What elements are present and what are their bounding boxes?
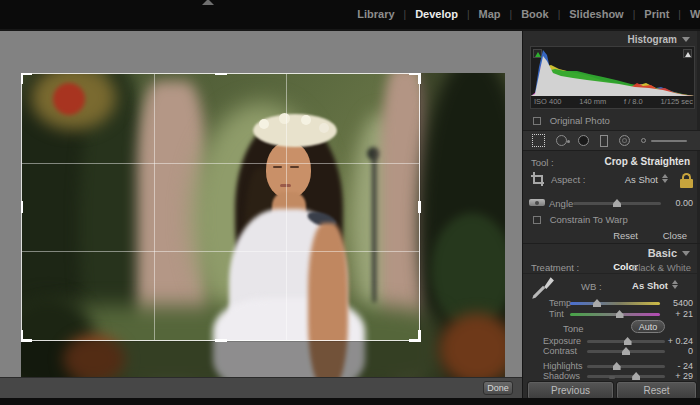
treatment-bw-button[interactable]: Black & White xyxy=(632,262,691,273)
wb-select[interactable]: As Shot xyxy=(632,280,678,291)
done-button[interactable]: Done xyxy=(483,381,513,395)
crop-dim-bottom xyxy=(21,341,420,377)
crop-handle-left[interactable] xyxy=(21,201,23,213)
tone-label: Tone xyxy=(563,323,584,334)
highlights-slider-thumb[interactable] xyxy=(613,362,621,370)
exposure-slider[interactable] xyxy=(587,340,665,343)
crop-handle-bottom-right[interactable] xyxy=(409,330,421,342)
crop-reset-button[interactable]: Reset xyxy=(613,230,638,241)
crop-grid-line xyxy=(22,251,419,252)
shadows-slider-label: Shadows xyxy=(543,371,580,381)
tint-slider-label: Tint xyxy=(549,309,564,319)
treatment-label: Treatment : xyxy=(531,262,579,273)
auto-button[interactable]: Auto xyxy=(631,320,665,333)
develop-canvas xyxy=(0,31,522,377)
contrast-slider[interactable] xyxy=(587,350,665,353)
aspect-lock-icon[interactable] xyxy=(680,173,693,188)
crop-rectangle[interactable] xyxy=(21,73,420,341)
angle-slider-thumb[interactable] xyxy=(613,199,621,207)
red-eye-icon[interactable] xyxy=(578,135,589,146)
crop-overlay-icon[interactable] xyxy=(532,134,545,147)
stepper-icon xyxy=(672,280,678,289)
histogram-header[interactable]: Histogram xyxy=(628,34,690,45)
temp-slider[interactable] xyxy=(570,302,660,305)
chevron-down-icon xyxy=(682,37,690,42)
spot-removal-icon[interactable] xyxy=(556,135,567,146)
nav-separator: | xyxy=(678,9,681,20)
exposure-slider-thumb[interactable] xyxy=(624,337,632,345)
wb-label: WB : xyxy=(581,281,602,292)
crop-handle-top-right[interactable] xyxy=(409,73,421,84)
tint-slider-thumb[interactable] xyxy=(616,310,624,318)
tone-row: Tone Auto xyxy=(523,322,700,336)
crop-handle-top[interactable] xyxy=(215,73,227,75)
shadows-slider-thumb[interactable] xyxy=(632,372,640,380)
nav-web[interactable]: Web xyxy=(690,8,700,20)
constrain-checkbox[interactable] xyxy=(533,216,541,224)
crop-handle-bottom-left[interactable] xyxy=(21,330,32,342)
nav-book[interactable]: Book xyxy=(521,8,549,20)
nav-separator: | xyxy=(467,9,470,20)
nav-separator: | xyxy=(558,9,561,20)
constrain-label: Constrain To Warp xyxy=(550,214,628,225)
contrast-slider-thumb[interactable] xyxy=(622,347,630,355)
original-photo-toggle[interactable]: Original Photo xyxy=(533,115,610,126)
chevron-down-icon xyxy=(682,251,690,256)
contrast-slider-label: Contrast xyxy=(543,346,577,356)
crop-dim-right xyxy=(420,73,505,377)
nav-separator: | xyxy=(404,9,407,20)
constrain-to-warp-toggle[interactable]: Constrain To Warp xyxy=(533,214,628,225)
highlights-slider[interactable] xyxy=(587,365,665,368)
adjustment-brush-icon[interactable] xyxy=(641,135,687,146)
temp-slider-thumb[interactable] xyxy=(593,299,601,307)
filmstrip-strip xyxy=(0,398,700,405)
tint-slider[interactable] xyxy=(570,313,660,316)
shadows-slider-value: + 29 xyxy=(675,371,693,381)
basic-header[interactable]: Basic xyxy=(648,247,690,259)
exif-aperture: f / 8.0 xyxy=(624,97,643,106)
histogram-box[interactable]: ISO 400 140 mm f / 8.0 1/125 sec xyxy=(530,46,695,109)
nav-develop[interactable]: Develop xyxy=(415,8,458,20)
tool-strip xyxy=(523,130,700,151)
crop-grid-line xyxy=(22,163,419,164)
photo-preview[interactable] xyxy=(21,73,505,377)
previous-button[interactable]: Previous xyxy=(528,382,613,399)
angle-slider[interactable] xyxy=(573,202,661,205)
nav-slideshow[interactable]: Slideshow xyxy=(569,8,623,20)
tint-slider-value: + 21 xyxy=(675,309,693,319)
crop-tool-icon[interactable] xyxy=(531,172,544,187)
panel-nub[interactable] xyxy=(609,376,615,379)
original-photo-label: Original Photo xyxy=(550,115,610,126)
crop-grid-line xyxy=(286,74,287,340)
exif-shutter: 1/125 sec xyxy=(660,97,693,106)
exif-info: ISO 400 140 mm f / 8.0 1/125 sec xyxy=(534,97,693,106)
aspect-select[interactable]: As Shot xyxy=(625,174,668,185)
graduated-filter-icon[interactable] xyxy=(600,135,608,147)
crop-close-button[interactable]: Close xyxy=(663,230,687,241)
module-picker: Library| Develop| Map| Book| Slideshow| … xyxy=(357,8,700,20)
nav-library[interactable]: Library xyxy=(357,8,394,20)
right-panel: Histogram ISO 400 140 mm f / 8.0 1/125 s… xyxy=(522,31,700,398)
crop-handle-right[interactable] xyxy=(418,201,421,213)
crop-handle-top-left[interactable] xyxy=(21,73,32,84)
exif-iso: ISO 400 xyxy=(534,97,562,106)
crop-grid-line xyxy=(154,74,155,340)
nav-separator: | xyxy=(633,9,636,20)
shadows-slider[interactable] xyxy=(587,375,665,378)
tool-value: Crop & Straighten xyxy=(604,156,690,167)
temp-slider-value: 5400 xyxy=(673,298,693,308)
exif-focal: 140 mm xyxy=(579,97,606,106)
radial-filter-icon[interactable] xyxy=(619,135,630,146)
nav-map[interactable]: Map xyxy=(479,8,501,20)
histogram-graph xyxy=(531,47,694,96)
temp-slider-label: Temp xyxy=(549,298,571,308)
panel-collapse-arrow-icon[interactable] xyxy=(202,0,214,5)
contrast-slider-value: 0 xyxy=(688,346,693,356)
aspect-label: Aspect : xyxy=(551,174,585,185)
module-picker-bar: Library| Develop| Map| Book| Slideshow| … xyxy=(0,0,700,31)
nav-separator: | xyxy=(510,9,513,20)
nav-print[interactable]: Print xyxy=(644,8,669,20)
reset-button[interactable]: Reset xyxy=(617,382,696,399)
crop-handle-bottom[interactable] xyxy=(215,339,227,342)
original-photo-checkbox[interactable] xyxy=(533,117,541,125)
